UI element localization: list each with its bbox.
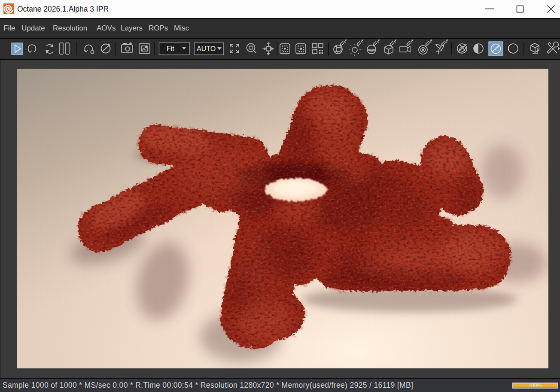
svg-text:AUTO: AUTO bbox=[197, 45, 216, 52]
svg-text:Fit: Fit bbox=[167, 45, 174, 52]
